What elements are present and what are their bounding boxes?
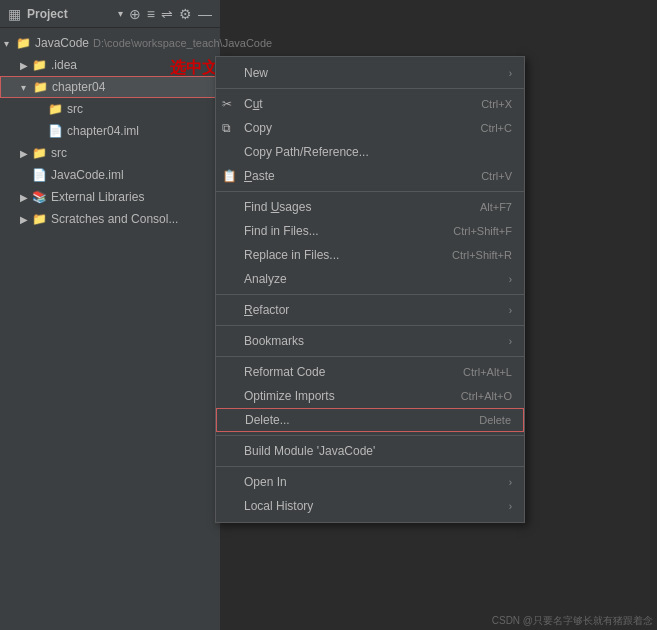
ext-lib-arrow: ▶	[20, 192, 32, 203]
ext-lib-label: External Libraries	[51, 190, 144, 204]
menu-build-label: Build Module 'JavaCode'	[244, 444, 375, 458]
tree-item-src-chapter[interactable]: 📁 src	[0, 98, 220, 120]
delete-shortcut: Delete	[459, 414, 511, 426]
menu-sep-6	[216, 435, 524, 436]
cut-icon: ✂	[222, 97, 232, 111]
javacode-iml-label: JavaCode.iml	[51, 168, 124, 182]
tree-item-scratches[interactable]: ▶ 📁 Scratches and Consol...	[0, 208, 220, 230]
menu-sep-7	[216, 466, 524, 467]
replace-files-shortcut: Ctrl+Shift+R	[432, 249, 512, 261]
menu-copy-path-label: Copy Path/Reference...	[244, 145, 369, 159]
src-chapter-icon: 📁	[48, 102, 63, 116]
iml-chapter-label: chapter04.iml	[67, 124, 139, 138]
menu-item-refactor[interactable]: Refactor ›	[216, 298, 524, 322]
menu-item-local-history[interactable]: Local History ›	[216, 494, 524, 518]
tree-item-javacode-iml[interactable]: 📄 JavaCode.iml	[0, 164, 220, 186]
idea-folder-icon: 📁	[32, 58, 47, 72]
copy-shortcut: Ctrl+C	[461, 122, 512, 134]
tree-item-chapter04[interactable]: ▾ 📁 chapter04	[0, 76, 220, 98]
ide-panel: ▦ Project ▾ ⊕ ≡ ⇌ ⚙ — ▾ 📁 JavaCode D:\co…	[0, 0, 220, 630]
menu-item-find-files[interactable]: Find in Files... Ctrl+Shift+F	[216, 219, 524, 243]
menu-item-build[interactable]: Build Module 'JavaCode'	[216, 439, 524, 463]
menu-local-history-label: Local History	[244, 499, 313, 513]
src-label: src	[51, 146, 67, 160]
bookmarks-submenu-arrow: ›	[509, 336, 512, 347]
chapter04-arrow: ▾	[21, 82, 33, 93]
root-path: D:\code\workspace_teach\JavaCode	[93, 37, 272, 49]
menu-refactor-label: Refactor	[244, 303, 289, 317]
menu-item-copy-path[interactable]: Copy Path/Reference...	[216, 140, 524, 164]
menu-item-new[interactable]: New ›	[216, 61, 524, 85]
menu-delete-label: Delete...	[245, 413, 290, 427]
refactor-submenu-arrow: ›	[509, 305, 512, 316]
local-history-submenu-arrow: ›	[509, 501, 512, 512]
menu-bookmarks-label: Bookmarks	[244, 334, 304, 348]
menu-item-cut[interactable]: ✂ Cut Ctrl+X	[216, 92, 524, 116]
tree-item-src[interactable]: ▶ 📁 src	[0, 142, 220, 164]
menu-item-delete[interactable]: Delete... Delete	[216, 408, 524, 432]
optimize-shortcut: Ctrl+Alt+O	[441, 390, 512, 402]
menu-item-analyze[interactable]: Analyze ›	[216, 267, 524, 291]
ext-lib-icon: 📚	[32, 190, 47, 204]
chapter04-folder-icon: 📁	[33, 80, 48, 94]
find-files-shortcut: Ctrl+Shift+F	[433, 225, 512, 237]
menu-new-label: New	[244, 66, 268, 80]
idea-label: .idea	[51, 58, 77, 72]
menu-sep-5	[216, 356, 524, 357]
paste-icon: 📋	[222, 169, 237, 183]
minimize-icon[interactable]: —	[198, 6, 212, 22]
menu-sep-1	[216, 88, 524, 89]
src-arrow: ▶	[20, 148, 32, 159]
scratches-arrow: ▶	[20, 214, 32, 225]
root-arrow: ▾	[4, 38, 16, 49]
menu-find-files-label: Find in Files...	[244, 224, 319, 238]
iml-chapter-icon: 📄	[48, 124, 63, 138]
menu-item-paste[interactable]: 📋 Paste Ctrl+V	[216, 164, 524, 188]
find-usages-shortcut: Alt+F7	[460, 201, 512, 213]
watermark: CSDN @只要名字够长就有猪跟着念	[492, 614, 653, 628]
menu-copy-label: Copy	[244, 121, 272, 135]
root-label: JavaCode	[35, 36, 89, 50]
gear-icon[interactable]: ⚙	[179, 6, 192, 22]
menu-paste-label: Paste	[244, 169, 275, 183]
menu-find-usages-label: Find Usages	[244, 200, 311, 214]
scratches-label: Scratches and Consol...	[51, 212, 178, 226]
menu-cut-label: Cut	[244, 97, 263, 111]
expand-icon[interactable]: ⇌	[161, 6, 173, 22]
menu-item-open-in[interactable]: Open In ›	[216, 470, 524, 494]
paste-shortcut: Ctrl+V	[461, 170, 512, 182]
menu-item-bookmarks[interactable]: Bookmarks ›	[216, 329, 524, 353]
tree-item-ext-lib[interactable]: ▶ 📚 External Libraries	[0, 186, 220, 208]
cut-shortcut: Ctrl+X	[461, 98, 512, 110]
copy-icon: ⧉	[222, 121, 231, 135]
menu-optimize-label: Optimize Imports	[244, 389, 335, 403]
idea-arrow: ▶	[20, 60, 32, 71]
reformat-shortcut: Ctrl+Alt+L	[443, 366, 512, 378]
tree-item-chapter04-iml[interactable]: 📄 chapter04.iml	[0, 120, 220, 142]
dropdown-arrow[interactable]: ▾	[118, 8, 123, 19]
context-menu: New › ✂ Cut Ctrl+X ⧉ Copy Ctrl+C Copy Pa…	[215, 56, 525, 523]
menu-reformat-label: Reformat Code	[244, 365, 325, 379]
menu-analyze-label: Analyze	[244, 272, 287, 286]
src-chapter-label: src	[67, 102, 83, 116]
menu-replace-files-label: Replace in Files...	[244, 248, 339, 262]
collapse-icon[interactable]: ≡	[147, 6, 155, 22]
javacode-iml-icon: 📄	[32, 168, 47, 182]
menu-item-reformat[interactable]: Reformat Code Ctrl+Alt+L	[216, 360, 524, 384]
analyze-submenu-arrow: ›	[509, 274, 512, 285]
tree-root[interactable]: ▾ 📁 JavaCode D:\code\workspace_teach\Jav…	[0, 32, 220, 54]
new-submenu-arrow: ›	[509, 68, 512, 79]
menu-item-find-usages[interactable]: Find Usages Alt+F7	[216, 195, 524, 219]
menu-sep-4	[216, 325, 524, 326]
menu-sep-2	[216, 191, 524, 192]
menu-item-replace-files[interactable]: Replace in Files... Ctrl+Shift+R	[216, 243, 524, 267]
menu-item-optimize[interactable]: Optimize Imports Ctrl+Alt+O	[216, 384, 524, 408]
menu-item-copy[interactable]: ⧉ Copy Ctrl+C	[216, 116, 524, 140]
scratches-icon: 📁	[32, 212, 47, 226]
settings-icon[interactable]: ⊕	[129, 6, 141, 22]
toolbar: ▦ Project ▾ ⊕ ≡ ⇌ ⚙ —	[0, 0, 220, 28]
chapter04-label: chapter04	[52, 80, 105, 94]
menu-sep-3	[216, 294, 524, 295]
project-icon: ▦	[8, 6, 21, 22]
toolbar-title: Project	[27, 7, 112, 21]
